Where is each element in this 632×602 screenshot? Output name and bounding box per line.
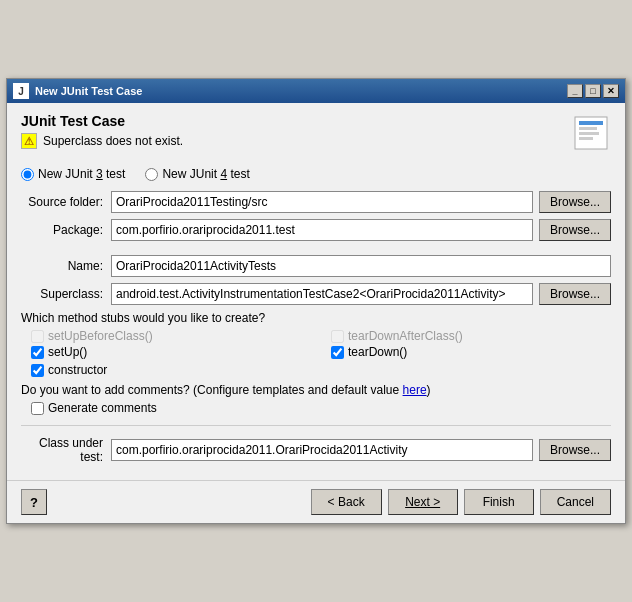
junit4-radio[interactable]	[145, 168, 158, 181]
constructor-text: constructor	[48, 363, 107, 377]
setup-checkbox[interactable]	[31, 346, 44, 359]
junit-logo	[573, 115, 609, 151]
junit3-label: New JUnit 3 test	[38, 167, 125, 181]
header-area: JUnit Test Case ⚠ Superclass does not ex…	[21, 113, 611, 159]
superclass-row: Superclass: Browse...	[21, 283, 611, 305]
generate-comments-text: Generate comments	[48, 401, 157, 415]
radio-row: New JUnit 3 test New JUnit 4 test	[21, 167, 611, 181]
superclass-browse-button[interactable]: Browse...	[539, 283, 611, 305]
superclass-input[interactable]	[111, 283, 533, 305]
setup-before-class-label[interactable]: setUpBeforeClass()	[31, 329, 311, 343]
teardown-after-class-checkbox[interactable]	[331, 330, 344, 343]
package-row: Package: Browse...	[21, 219, 611, 241]
junit3-radio[interactable]	[21, 168, 34, 181]
svg-rect-2	[579, 127, 597, 130]
junit-icon	[571, 113, 611, 153]
class-under-test-label: Class under test:	[21, 436, 111, 464]
svg-rect-1	[579, 121, 603, 125]
maximize-button[interactable]: □	[585, 84, 601, 98]
package-input[interactable]	[111, 219, 533, 241]
finish-button[interactable]: Finish	[464, 489, 534, 515]
generate-comments-checkbox[interactable]	[31, 402, 44, 415]
dialog-content: JUnit Test Case ⚠ Superclass does not ex…	[7, 103, 625, 480]
minimize-button[interactable]: _	[567, 84, 583, 98]
package-label: Package:	[21, 223, 111, 237]
source-folder-input[interactable]	[111, 191, 533, 213]
cancel-button[interactable]: Cancel	[540, 489, 611, 515]
class-under-test-input[interactable]	[111, 439, 533, 461]
name-row: Name:	[21, 255, 611, 277]
setup-label[interactable]: setUp()	[31, 345, 311, 359]
footer: ? < Back Next > Finish Cancel	[7, 480, 625, 523]
teardown-after-class-label[interactable]: tearDownAfterClass()	[331, 329, 611, 343]
warning-row: ⚠ Superclass does not exist.	[21, 133, 571, 149]
name-label: Name:	[21, 259, 111, 273]
close-button[interactable]: ✕	[603, 84, 619, 98]
svg-rect-3	[579, 132, 599, 135]
help-button[interactable]: ?	[21, 489, 47, 515]
junit4-label: New JUnit 4 test	[162, 167, 249, 181]
package-browse-button[interactable]: Browse...	[539, 219, 611, 241]
title-bar: J New JUnit Test Case _ □ ✕	[7, 79, 625, 103]
teardown-checkbox[interactable]	[331, 346, 344, 359]
here-link[interactable]: here	[403, 383, 427, 397]
header-left: JUnit Test Case ⚠ Superclass does not ex…	[21, 113, 571, 159]
setup-text: setUp()	[48, 345, 87, 359]
warning-icon: ⚠	[21, 133, 37, 149]
comments-row: Do you want to add comments? (Configure …	[21, 383, 611, 397]
title-controls: _ □ ✕	[567, 84, 619, 98]
superclass-label: Superclass:	[21, 287, 111, 301]
junit4-radio-label[interactable]: New JUnit 4 test	[145, 167, 249, 181]
class-under-test-browse-button[interactable]: Browse...	[539, 439, 611, 461]
class-under-test-section: Class under test: Browse...	[21, 425, 611, 464]
setup-before-class-text: setUpBeforeClass()	[48, 329, 153, 343]
footer-buttons: < Back Next > Finish Cancel	[311, 489, 611, 515]
window-icon: J	[13, 83, 29, 99]
name-input[interactable]	[111, 255, 611, 277]
setup-before-class-checkbox[interactable]	[31, 330, 44, 343]
stubs-label: Which method stubs would you like to cre…	[21, 311, 611, 325]
footer-left: ?	[21, 489, 47, 515]
class-under-test-row: Class under test: Browse...	[21, 436, 611, 464]
dialog-window: J New JUnit Test Case _ □ ✕ JUnit Test C…	[6, 78, 626, 524]
warning-text: Superclass does not exist.	[43, 134, 183, 148]
comments-question: Do you want to add comments? (Configure …	[21, 383, 431, 397]
constructor-label[interactable]: constructor	[31, 363, 611, 377]
source-folder-label: Source folder:	[21, 195, 111, 209]
window-title: New JUnit Test Case	[35, 85, 142, 97]
stubs-section: setUpBeforeClass() tearDownAfterClass() …	[31, 329, 611, 377]
source-folder-browse-button[interactable]: Browse...	[539, 191, 611, 213]
stubs-grid: setUpBeforeClass() tearDownAfterClass() …	[31, 329, 611, 359]
generate-row: Generate comments	[31, 401, 611, 415]
teardown-label[interactable]: tearDown()	[331, 345, 611, 359]
source-folder-row: Source folder: Browse...	[21, 191, 611, 213]
dialog-title: JUnit Test Case	[21, 113, 571, 129]
constructor-checkbox[interactable]	[31, 364, 44, 377]
teardown-text: tearDown()	[348, 345, 407, 359]
next-button[interactable]: Next >	[388, 489, 458, 515]
junit3-radio-label[interactable]: New JUnit 3 test	[21, 167, 125, 181]
svg-rect-4	[579, 137, 593, 140]
teardown-after-class-text: tearDownAfterClass()	[348, 329, 463, 343]
generate-comments-label[interactable]: Generate comments	[31, 401, 611, 415]
back-button[interactable]: < Back	[311, 489, 382, 515]
